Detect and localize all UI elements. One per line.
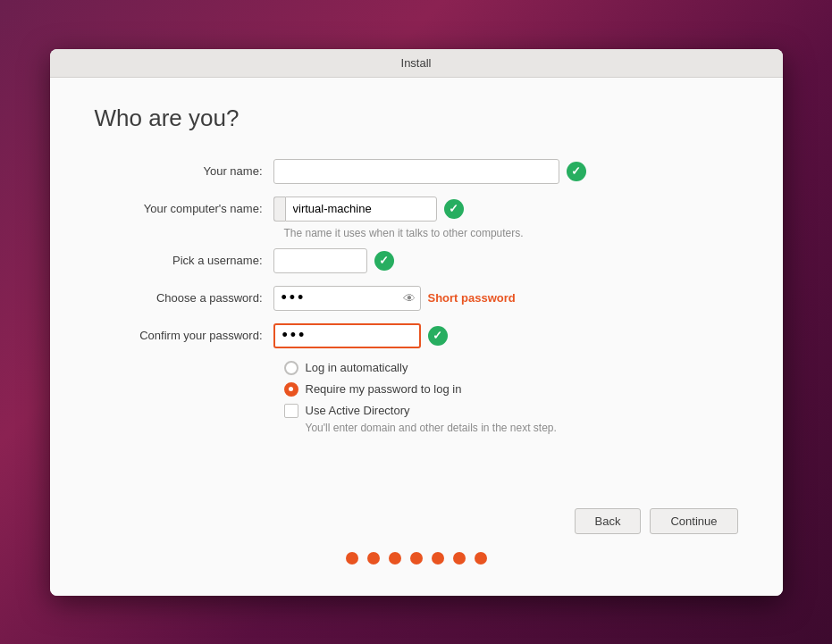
password-label: Choose a password:	[95, 291, 273, 305]
computer-name-check-icon	[444, 199, 464, 219]
confirm-password-input[interactable]	[273, 323, 421, 348]
confirm-password-label: Confirm your password:	[95, 329, 273, 342]
page-title: Who are you?	[95, 105, 738, 132]
confirm-password-check-icon	[428, 326, 448, 346]
password-field-wrap: 👁	[273, 286, 421, 311]
progress-dot-2	[367, 552, 380, 565]
install-window: Install Who are you? Your name: Your com…	[50, 49, 783, 596]
progress-dot-4	[410, 552, 423, 565]
your-name-row: Your name:	[95, 159, 738, 184]
progress-dot-6	[453, 552, 466, 565]
active-directory-checkbox[interactable]	[284, 404, 298, 418]
short-password-warning: Short password	[428, 291, 516, 305]
radio-section: Log in automatically Require my password…	[284, 361, 738, 434]
active-directory-label: Use Active Directory	[306, 404, 410, 417]
continue-button[interactable]: Continue	[650, 508, 737, 534]
progress-dots	[346, 552, 487, 565]
computer-name-row: Your computer's name:	[95, 197, 738, 222]
back-button[interactable]: Back	[575, 508, 642, 534]
your-name-label: Your name:	[95, 164, 273, 178]
username-label: Pick a username:	[95, 254, 273, 267]
username-input[interactable]	[273, 248, 367, 273]
your-name-input[interactable]	[273, 159, 559, 184]
computer-name-label: Your computer's name:	[95, 202, 273, 215]
confirm-password-input-wrap	[273, 323, 738, 348]
active-directory-row: Use Active Directory	[284, 404, 738, 418]
password-eye-icon[interactable]: 👁	[403, 291, 416, 305]
username-input-wrap	[273, 248, 738, 273]
your-name-check-icon	[567, 162, 586, 181]
progress-dot-5	[432, 552, 444, 565]
username-check-icon	[374, 251, 394, 271]
auto-login-radio[interactable]	[284, 361, 298, 375]
titlebar: Install	[50, 49, 783, 78]
window-title: Install	[401, 56, 432, 70]
progress-dot-3	[389, 552, 401, 565]
progress-dot-1	[346, 552, 358, 565]
require-password-row: Require my password to log in	[284, 382, 738, 397]
confirm-field-wrap	[273, 323, 421, 348]
password-row: Choose a password: 👁 Short password	[95, 286, 738, 311]
computer-name-input-wrap	[273, 197, 738, 222]
nav-buttons: Back Continue	[95, 508, 738, 534]
password-input-wrap: 👁 Short password	[273, 286, 738, 311]
progress-dot-7	[475, 552, 487, 565]
auto-login-row: Log in automatically	[284, 361, 738, 375]
computer-name-prefix	[273, 197, 285, 222]
active-directory-hint: You'll enter domain and other details in…	[306, 422, 738, 434]
password-input[interactable]	[273, 286, 421, 311]
form-area: Your name: Your computer's name:	[95, 159, 738, 499]
auto-login-label: Log in automatically	[306, 361, 408, 374]
computer-name-hint: The name it uses when it talks to other …	[284, 227, 738, 239]
computer-name-input[interactable]	[285, 197, 437, 222]
confirm-password-row: Confirm your password:	[95, 323, 738, 348]
content-area: Who are you? Your name: Your computer's …	[50, 78, 783, 596]
username-row: Pick a username:	[95, 248, 738, 273]
require-password-label: Require my password to log in	[306, 382, 462, 396]
your-name-input-wrap	[273, 159, 738, 184]
require-password-radio[interactable]	[284, 382, 298, 397]
bottom-section: Back Continue	[95, 499, 738, 578]
